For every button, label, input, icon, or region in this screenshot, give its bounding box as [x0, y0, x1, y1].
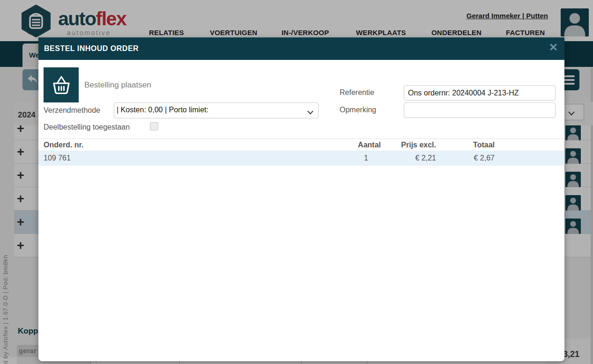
cell-aantal: 1	[329, 154, 381, 162]
cell-totaal: € 2,67	[436, 154, 495, 162]
col-totaal: Totaal	[436, 141, 495, 149]
col-onderd-nr: Onderd. nr.	[38, 141, 329, 149]
col-aantal: Aantal	[329, 141, 381, 149]
action-label: Bestelling plaatsen	[84, 80, 151, 90]
place-order-button[interactable]	[44, 67, 79, 102]
verzendmethode-label: Verzendmethode	[44, 106, 100, 115]
order-lines-table: Onderd. nr. Aantal Prijs excl. Totaal 10…	[38, 138, 564, 166]
referentie-input[interactable]	[404, 85, 556, 101]
chevron-down-icon	[307, 108, 313, 116]
modal-title: BESTEL INHOUD ORDER	[44, 44, 139, 53]
cell-onderd-nr: 109 761	[38, 154, 329, 162]
screen: autoflex automotive software RELATIES VO…	[0, 0, 593, 364]
bestel-inhoud-order-modal: BESTEL INHOUD ORDER ✕ Bestelling plaatse…	[38, 37, 564, 361]
verzendmethode-select[interactable]: | Kosten: 0,00 | Porto limiet:	[114, 102, 319, 118]
table-row[interactable]: 109 761 1 € 2,21 € 2,67	[38, 151, 564, 166]
deelbestelling-label: Deelbestelling toegestaan	[44, 123, 130, 131]
opmerking-input[interactable]	[404, 102, 556, 118]
basket-icon	[50, 74, 73, 96]
deelbestelling-checkbox[interactable]	[150, 122, 158, 131]
cell-prijs-excl: € 2,21	[381, 154, 436, 162]
verzendmethode-value: | Kosten: 0,00 | Porto limiet:	[117, 106, 208, 114]
col-prijs-excl: Prijs excl.	[381, 141, 436, 149]
close-icon[interactable]: ✕	[549, 41, 558, 54]
modal-header: BESTEL INHOUD ORDER ✕	[38, 37, 564, 60]
opmerking-label: Opmerking	[340, 106, 376, 114]
referentie-label: Referentie	[340, 88, 374, 97]
table-header-row: Onderd. nr. Aantal Prijs excl. Totaal	[38, 138, 564, 151]
